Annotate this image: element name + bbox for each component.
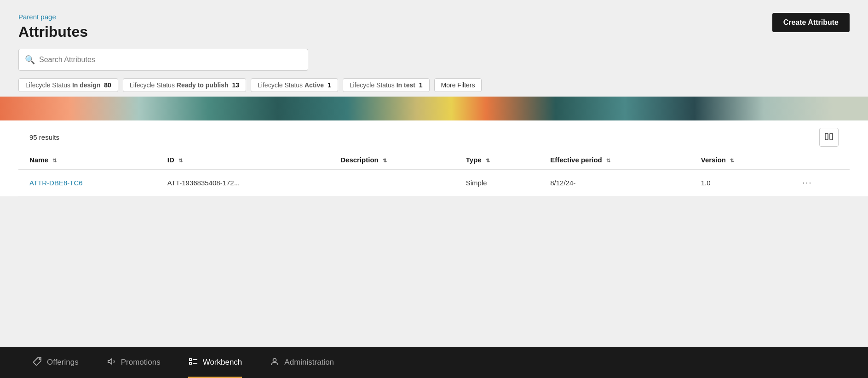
- search-icon: 🔍: [25, 55, 35, 65]
- col-name[interactable]: Name ⇅: [18, 150, 156, 170]
- col-actions: [791, 150, 850, 170]
- cell-name-0[interactable]: ATTR-DBE8-TC6: [18, 170, 156, 196]
- list-icon: [188, 356, 198, 369]
- search-input[interactable]: [18, 49, 308, 71]
- megaphone-icon: [106, 356, 116, 369]
- cell-id-0: ATT-1936835408-172...: [156, 170, 329, 196]
- cell-type-0: Simple: [455, 170, 539, 196]
- page-title: Attributes: [18, 23, 88, 40]
- table-header-row: Name ⇅ ID ⇅ Description ⇅ Type ⇅ Effecti…: [18, 150, 850, 170]
- col-effective-period[interactable]: Effective period ⇅: [539, 150, 690, 170]
- sort-icon-type: ⇅: [486, 158, 490, 164]
- col-id[interactable]: ID ⇅: [156, 150, 329, 170]
- filter-chip-0[interactable]: Lifecycle Status In design 80: [18, 78, 118, 92]
- attributes-table: Name ⇅ ID ⇅ Description ⇅ Type ⇅ Effecti…: [18, 150, 850, 196]
- col-description[interactable]: Description ⇅: [329, 150, 455, 170]
- sort-icon-description: ⇅: [383, 158, 387, 164]
- sort-icon-effective-period: ⇅: [606, 158, 610, 164]
- cell-description-0: [329, 170, 455, 196]
- filter-chip-2[interactable]: Lifecycle Status Active 1: [251, 78, 338, 92]
- svg-rect-0: [825, 133, 828, 140]
- nav-item-promotions[interactable]: Promotions: [92, 352, 174, 373]
- nav-item-offerings[interactable]: Offerings: [18, 352, 92, 373]
- columns-icon: [824, 132, 834, 141]
- svg-rect-4: [190, 362, 191, 364]
- person-icon: [270, 356, 280, 369]
- tag-icon: [32, 356, 42, 369]
- svg-rect-3: [190, 359, 191, 361]
- create-attribute-button[interactable]: Create Attribute: [772, 13, 850, 32]
- sort-icon-name: ⇅: [52, 158, 57, 164]
- svg-rect-1: [830, 133, 833, 140]
- search-container: 🔍: [18, 49, 850, 71]
- column-toggle-button[interactable]: [819, 128, 839, 147]
- col-version[interactable]: Version ⇅: [690, 150, 792, 170]
- nav-item-administration[interactable]: Administration: [256, 352, 348, 373]
- filter-chip-3[interactable]: Lifecycle Status In test 1: [343, 78, 430, 92]
- nav-label-3: Administration: [284, 358, 334, 367]
- sort-icon-id: ⇅: [178, 158, 183, 164]
- nav-label-0: Offerings: [47, 358, 79, 367]
- cell-effective-period-0: 8/12/24-: [539, 170, 690, 196]
- svg-point-2: [39, 358, 40, 359]
- bottom-nav: Offerings Promotions Workbench Administr…: [0, 347, 868, 378]
- banner-strip: [0, 97, 868, 120]
- results-count: 95 results: [29, 133, 59, 141]
- table-row: ATTR-DBE8-TC6 ATT-1936835408-172... Simp…: [18, 170, 850, 196]
- sort-icon-version: ⇅: [730, 158, 734, 164]
- filter-chip-1[interactable]: Lifecycle Status Ready to publish 13: [123, 78, 246, 92]
- cell-actions-0[interactable]: ···: [791, 170, 850, 196]
- attr-link-0[interactable]: ATTR-DBE8-TC6: [29, 179, 83, 187]
- filter-row: Lifecycle Status In design 80Lifecycle S…: [18, 78, 850, 92]
- nav-label-2: Workbench: [203, 358, 242, 367]
- table-panel: 95 results Name ⇅ ID ⇅ Description ⇅ Typ…: [0, 120, 868, 196]
- row-actions-button-0[interactable]: ···: [802, 178, 812, 188]
- col-type[interactable]: Type ⇅: [455, 150, 539, 170]
- cell-version-0: 1.0: [690, 170, 792, 196]
- parent-page-link[interactable]: Parent page: [18, 13, 88, 21]
- nav-item-workbench[interactable]: Workbench: [174, 352, 256, 373]
- svg-point-7: [273, 358, 276, 361]
- filter-chip-4[interactable]: More Filters: [434, 78, 482, 92]
- nav-label-1: Promotions: [121, 358, 161, 367]
